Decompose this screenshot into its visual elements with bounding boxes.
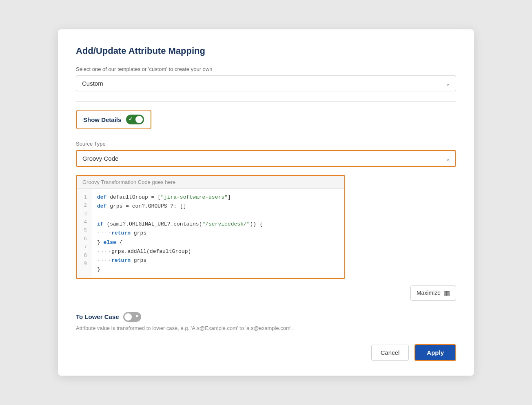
- show-details-label: Show Details: [83, 116, 121, 123]
- toggle-off-knob: [124, 313, 132, 321]
- line-num-3: 3: [84, 210, 87, 218]
- code-editor-body: 1 2 3 4 5 6 7 8 9 def defaultGroup = ["j…: [77, 189, 344, 278]
- to-lower-case-label: To Lower Case: [76, 313, 119, 320]
- line-num-6: 6: [84, 235, 87, 243]
- apply-button[interactable]: Apply: [415, 344, 456, 361]
- divider: [76, 101, 456, 102]
- code-content[interactable]: def defaultGroup = ["jira-software-users…: [91, 189, 344, 278]
- source-type-label: Source Type: [76, 141, 456, 147]
- line-num-4: 4: [84, 218, 87, 226]
- cancel-button[interactable]: Cancel: [371, 345, 409, 361]
- code-editor-header: Groovy Transformation Code goes here: [77, 176, 344, 189]
- source-type-section: Source Type Groovy Code Static Value Att…: [76, 141, 456, 167]
- line-numbers: 1 2 3 4 5 6 7 8 9: [77, 189, 91, 278]
- line-num-7: 7: [84, 243, 87, 251]
- code-editor-section: Groovy Transformation Code goes here 1 2…: [76, 175, 345, 279]
- maximize-button[interactable]: Maximize ▦: [410, 285, 456, 301]
- footer-row: Cancel Apply: [76, 344, 456, 361]
- toggle-x-icon: ✕: [135, 314, 139, 319]
- line-num-9: 9: [84, 259, 87, 268]
- modal-title: Add/Update Attribute Mapping: [76, 46, 456, 56]
- maximize-icon: ▦: [444, 289, 450, 297]
- to-lower-case-section: To Lower Case ✕ Attribute value is trans…: [76, 312, 456, 331]
- template-label: Select one of our templates or 'custom' …: [76, 66, 456, 72]
- maximize-label: Maximize: [417, 290, 441, 296]
- toggle-check-icon: ✓: [129, 116, 133, 122]
- show-details-row: Show Details ✓: [76, 110, 151, 129]
- lower-case-hint: Attribute value is transformed to lower …: [76, 325, 456, 331]
- modal-container: Add/Update Attribute Mapping Select one …: [58, 29, 474, 376]
- template-select-wrapper: Custom Default SAML LDAP ⌄: [76, 75, 456, 91]
- source-type-select[interactable]: Groovy Code Static Value Attribute None: [76, 150, 456, 167]
- to-lower-case-row: To Lower Case ✕: [76, 312, 456, 322]
- toggle-off-track: ✕: [123, 312, 141, 322]
- maximize-row: Maximize ▦: [76, 285, 456, 301]
- toggle-track: ✓: [126, 115, 144, 124]
- line-num-5: 5: [84, 226, 87, 235]
- show-details-toggle[interactable]: ✓: [126, 115, 144, 124]
- source-type-select-wrapper: Groovy Code Static Value Attribute None …: [76, 150, 456, 167]
- line-num-1: 1: [84, 193, 87, 201]
- template-select[interactable]: Custom Default SAML LDAP: [76, 75, 456, 91]
- to-lower-case-toggle[interactable]: ✕: [123, 312, 141, 322]
- line-num-2: 2: [84, 201, 87, 209]
- line-num-8: 8: [84, 251, 87, 259]
